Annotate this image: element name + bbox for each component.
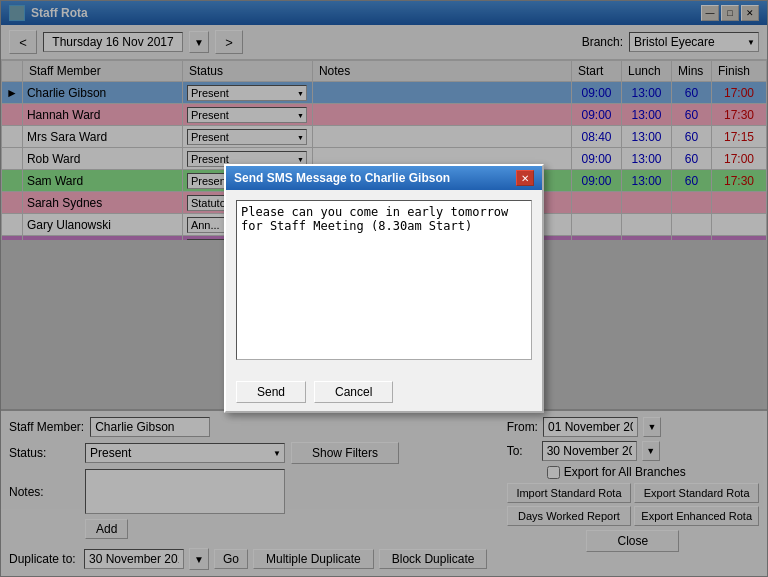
send-button[interactable]: Send: [236, 381, 306, 403]
cancel-button[interactable]: Cancel: [314, 381, 393, 403]
modal-title-bar: Send SMS Message to Charlie Gibson ✕: [226, 166, 542, 190]
sms-message-textarea[interactable]: [236, 200, 532, 360]
modal-overlay: Send SMS Message to Charlie Gibson ✕ Sen…: [0, 0, 768, 577]
modal-close-button[interactable]: ✕: [516, 170, 534, 186]
modal-buttons: Send Cancel: [226, 373, 542, 411]
modal-body: [226, 190, 542, 373]
modal-title: Send SMS Message to Charlie Gibson: [234, 171, 450, 185]
sms-modal: Send SMS Message to Charlie Gibson ✕ Sen…: [224, 164, 544, 413]
